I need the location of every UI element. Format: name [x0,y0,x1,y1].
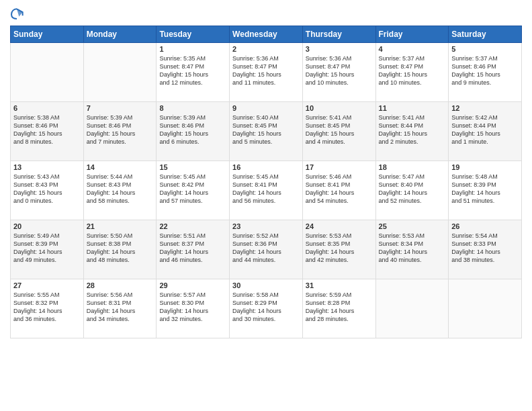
day-number: 6 [13,104,81,112]
cell-info: Sunrise: 5:41 AM Sunset: 8:44 PM Dayligh… [379,113,446,146]
cell-info: Sunrise: 5:53 AM Sunset: 8:35 PM Dayligh… [306,232,373,265]
cell-info: Sunrise: 5:45 AM Sunset: 8:42 PM Dayligh… [159,173,226,205]
cell-info: Sunrise: 5:58 AM Sunset: 8:29 PM Dayligh… [232,291,300,324]
calendar-cell: 18Sunrise: 5:47 AM Sunset: 8:40 PM Dayli… [375,161,449,220]
day-number: 30 [232,281,300,289]
day-number: 29 [159,281,226,289]
calendar-cell: 15Sunrise: 5:45 AM Sunset: 8:42 PM Dayli… [157,161,230,220]
cell-info: Sunrise: 5:41 AM Sunset: 8:45 PM Dayligh… [306,113,373,146]
cell-info: Sunrise: 5:49 AM Sunset: 8:39 PM Dayligh… [13,232,81,265]
calendar-cell: 14Sunrise: 5:44 AM Sunset: 8:43 PM Dayli… [83,161,157,220]
cell-info: Sunrise: 5:37 AM Sunset: 8:46 PM Dayligh… [451,54,519,87]
day-number: 18 [379,163,446,171]
calendar-cell: 12Sunrise: 5:42 AM Sunset: 8:44 PM Dayli… [449,102,522,161]
weekday-header-saturday: Saturday [449,26,522,43]
calendar-row-1: 1Sunrise: 5:35 AM Sunset: 8:47 PM Daylig… [11,43,522,102]
day-number: 25 [379,222,446,230]
cell-info: Sunrise: 5:57 AM Sunset: 8:30 PM Dayligh… [159,291,226,324]
day-number: 24 [306,222,373,230]
calendar-cell: 5Sunrise: 5:37 AM Sunset: 8:46 PM Daylig… [449,43,522,102]
day-number: 11 [379,104,446,112]
day-number: 17 [306,163,373,171]
calendar-row-2: 6Sunrise: 5:38 AM Sunset: 8:46 PM Daylig… [11,102,522,161]
cell-info: Sunrise: 5:43 AM Sunset: 8:43 PM Dayligh… [13,173,81,205]
cell-info: Sunrise: 5:46 AM Sunset: 8:41 PM Dayligh… [306,173,373,205]
calendar-row-3: 13Sunrise: 5:43 AM Sunset: 8:43 PM Dayli… [11,161,522,220]
weekday-header-friday: Friday [375,26,449,43]
calendar-cell: 21Sunrise: 5:50 AM Sunset: 8:38 PM Dayli… [83,220,157,279]
cell-info: Sunrise: 5:48 AM Sunset: 8:39 PM Dayligh… [451,173,519,205]
cell-info: Sunrise: 5:42 AM Sunset: 8:44 PM Dayligh… [451,113,519,146]
calendar-cell: 2Sunrise: 5:36 AM Sunset: 8:47 PM Daylig… [230,43,303,102]
day-number: 13 [13,163,81,171]
calendar-cell: 6Sunrise: 5:38 AM Sunset: 8:46 PM Daylig… [11,102,84,161]
cell-info: Sunrise: 5:39 AM Sunset: 8:46 PM Dayligh… [159,113,226,146]
day-number: 2 [232,45,300,53]
day-number: 4 [379,45,446,53]
calendar-cell: 7Sunrise: 5:39 AM Sunset: 8:46 PM Daylig… [83,102,157,161]
day-number: 22 [159,222,226,230]
calendar-cell: 16Sunrise: 5:45 AM Sunset: 8:41 PM Dayli… [230,161,303,220]
calendar-cell [11,43,84,102]
day-number: 14 [87,163,154,171]
cell-info: Sunrise: 5:45 AM Sunset: 8:41 PM Dayligh… [232,173,300,205]
calendar-cell: 17Sunrise: 5:46 AM Sunset: 8:41 PM Dayli… [302,161,375,220]
cell-info: Sunrise: 5:52 AM Sunset: 8:36 PM Dayligh… [232,232,300,265]
cell-info: Sunrise: 5:44 AM Sunset: 8:43 PM Dayligh… [87,173,154,205]
weekday-header-tuesday: Tuesday [157,26,230,43]
day-number: 27 [13,281,81,289]
day-number: 23 [232,222,300,230]
cell-info: Sunrise: 5:47 AM Sunset: 8:40 PM Dayligh… [379,173,446,205]
calendar-cell: 30Sunrise: 5:58 AM Sunset: 8:29 PM Dayli… [230,279,303,338]
cell-info: Sunrise: 5:59 AM Sunset: 8:28 PM Dayligh… [306,291,373,324]
weekday-header-sunday: Sunday [11,26,84,43]
day-number: 5 [451,45,519,53]
cell-info: Sunrise: 5:51 AM Sunset: 8:37 PM Dayligh… [159,232,226,265]
day-number: 16 [232,163,300,171]
day-number: 31 [306,281,373,289]
calendar-cell: 1Sunrise: 5:35 AM Sunset: 8:47 PM Daylig… [157,43,230,102]
cell-info: Sunrise: 5:40 AM Sunset: 8:45 PM Dayligh… [232,113,300,146]
calendar-row-5: 27Sunrise: 5:55 AM Sunset: 8:32 PM Dayli… [11,279,522,338]
cell-info: Sunrise: 5:36 AM Sunset: 8:47 PM Dayligh… [306,54,373,87]
day-number: 19 [451,163,519,171]
day-number: 28 [87,281,154,289]
calendar-cell: 9Sunrise: 5:40 AM Sunset: 8:45 PM Daylig… [230,102,303,161]
weekday-header-thursday: Thursday [302,26,375,43]
calendar-cell: 11Sunrise: 5:41 AM Sunset: 8:44 PM Dayli… [375,102,449,161]
day-number: 1 [159,45,226,53]
calendar-cell: 25Sunrise: 5:53 AM Sunset: 8:34 PM Dayli… [375,220,449,279]
cell-info: Sunrise: 5:53 AM Sunset: 8:34 PM Dayligh… [379,232,446,265]
day-number: 9 [232,104,300,112]
calendar-cell: 26Sunrise: 5:54 AM Sunset: 8:33 PM Dayli… [449,220,522,279]
day-number: 26 [451,222,519,230]
cell-info: Sunrise: 5:54 AM Sunset: 8:33 PM Dayligh… [451,232,519,265]
day-number: 10 [306,104,373,112]
calendar-cell: 24Sunrise: 5:53 AM Sunset: 8:35 PM Dayli… [302,220,375,279]
calendar-cell [449,279,522,338]
calendar-cell: 13Sunrise: 5:43 AM Sunset: 8:43 PM Dayli… [11,161,84,220]
cell-info: Sunrise: 5:38 AM Sunset: 8:46 PM Dayligh… [13,113,81,146]
calendar-cell: 8Sunrise: 5:39 AM Sunset: 8:46 PM Daylig… [157,102,230,161]
header [10,7,522,20]
day-number: 21 [87,222,154,230]
cell-info: Sunrise: 5:56 AM Sunset: 8:31 PM Dayligh… [87,291,154,324]
cell-info: Sunrise: 5:36 AM Sunset: 8:47 PM Dayligh… [232,54,300,87]
calendar-row-4: 20Sunrise: 5:49 AM Sunset: 8:39 PM Dayli… [11,220,522,279]
calendar-cell: 3Sunrise: 5:36 AM Sunset: 8:47 PM Daylig… [302,43,375,102]
weekday-header-wednesday: Wednesday [230,26,303,43]
weekday-header-monday: Monday [83,26,157,43]
day-number: 15 [159,163,226,171]
calendar-cell: 31Sunrise: 5:59 AM Sunset: 8:28 PM Dayli… [302,279,375,338]
calendar-cell: 19Sunrise: 5:48 AM Sunset: 8:39 PM Dayli… [449,161,522,220]
day-number: 20 [13,222,81,230]
calendar-cell [375,279,449,338]
calendar-cell: 27Sunrise: 5:55 AM Sunset: 8:32 PM Dayli… [11,279,84,338]
calendar-cell: 23Sunrise: 5:52 AM Sunset: 8:36 PM Dayli… [230,220,303,279]
calendar-cell: 28Sunrise: 5:56 AM Sunset: 8:31 PM Dayli… [83,279,157,338]
cell-info: Sunrise: 5:35 AM Sunset: 8:47 PM Dayligh… [159,54,226,87]
calendar-cell: 20Sunrise: 5:49 AM Sunset: 8:39 PM Dayli… [11,220,84,279]
cell-info: Sunrise: 5:50 AM Sunset: 8:38 PM Dayligh… [87,232,154,265]
weekday-header-row: SundayMondayTuesdayWednesdayThursdayFrid… [11,26,522,43]
logo-icon [10,7,24,20]
